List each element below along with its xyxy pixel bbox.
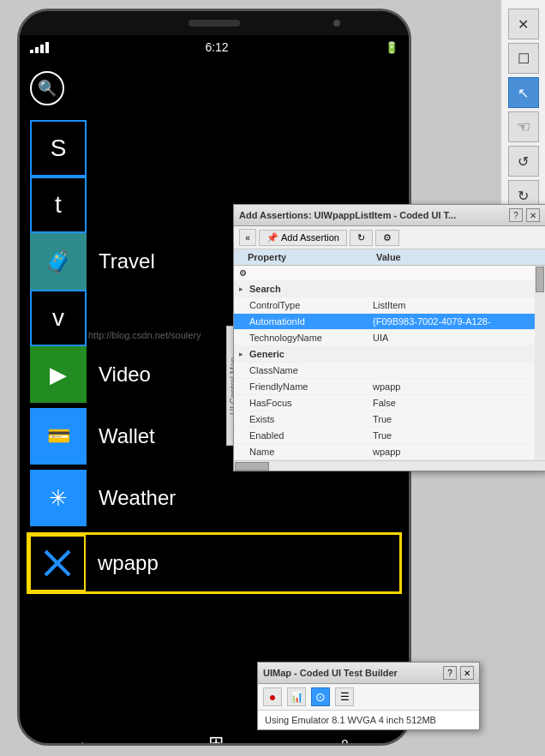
window-toolbar-btn[interactable]: ☐ <box>508 43 539 74</box>
hand-icon: ☜ <box>517 117 530 136</box>
friendlyname-val: wpapp <box>373 381 400 392</box>
app-row-s[interactable]: S <box>20 117 409 179</box>
technologyname-prop: TechnologyName <box>249 333 373 343</box>
undo-icon: ↺ <box>518 153 529 170</box>
bar2 <box>35 47 39 53</box>
uimap-list-btn[interactable]: ☰ <box>335 687 354 706</box>
technologyname-val: UIA <box>373 333 388 343</box>
table-row-controltype: ControlType ListItem <box>234 297 545 314</box>
settings-btn[interactable]: ⚙ <box>375 230 399 246</box>
search-icon: 🔍 <box>38 79 57 98</box>
uimap-capture-btn[interactable]: ⊙ <box>311 687 330 706</box>
dialog-nav-back-btn[interactable]: « <box>239 229 256 246</box>
app-row-weather[interactable]: ✳ Weather <box>20 467 409 529</box>
app-tile-label-t: t <box>55 191 62 219</box>
app-tile-label-v: v <box>52 304 64 332</box>
cursor-toolbar-btn[interactable]: ↖ <box>508 77 539 108</box>
uimap-close-btn[interactable]: ✕ <box>460 666 474 680</box>
undo-toolbar-btn[interactable]: ↺ <box>508 146 539 177</box>
dialog-scrollbar[interactable] <box>535 266 545 460</box>
search-section-label: Search <box>249 284 378 294</box>
automationid-prop: AutomationId <box>249 316 373 327</box>
travel-icon: 🧳 <box>45 249 72 275</box>
app-tile-weather[interactable]: ✳ <box>30 470 87 526</box>
uimap-question-btn[interactable]: ? <box>443 666 457 680</box>
battery-icon: 🔋 <box>385 41 398 54</box>
search-row: 🔍 <box>20 59 409 117</box>
table-row-name: Name wpapp <box>234 444 545 460</box>
dialog-title-controls: ? ✕ <box>509 208 540 222</box>
uimap-chart-btn[interactable]: 📊 <box>287 687 306 706</box>
bar4 <box>45 42 49 53</box>
scroll-thumb[interactable] <box>536 267 544 292</box>
window-icon: ☐ <box>518 51 530 67</box>
redo-icon: ↻ <box>518 188 529 204</box>
horizontal-scrollbar[interactable] <box>234 460 545 471</box>
uimap-status-text: Using Emulator 8.1 WVGA 4 inch 512MB <box>265 715 436 725</box>
hasfocus-val: False <box>373 398 396 408</box>
app-row-wpapp[interactable]: wpapp <box>27 532 402 594</box>
dialog-question-btn[interactable]: ? <box>509 208 523 222</box>
app-label-weather: Weather <box>99 486 176 510</box>
name-val: wpapp <box>373 447 400 457</box>
search-icon-circle: 🔍 <box>30 71 64 105</box>
back-icon[interactable]: ← <box>77 734 94 747</box>
wpapp-x-icon <box>40 546 75 580</box>
refresh-icon: ↻ <box>357 232 365 243</box>
table-row-settings: ⚙ <box>234 266 545 281</box>
controltype-val: ListItem <box>373 300 406 310</box>
video-icon: ▶ <box>50 362 67 388</box>
close-toolbar-btn[interactable]: ✕ <box>508 9 539 39</box>
uimap-record-btn[interactable]: ● <box>263 687 282 706</box>
uimap-toolbar: ● 📊 ⊙ ☰ <box>258 684 479 711</box>
dialog-table-header: Property Value <box>234 249 545 266</box>
add-assertion-btn[interactable]: 📌 Add Assertion <box>259 230 347 246</box>
phone-speaker <box>189 20 240 27</box>
phone-top-bar <box>20 11 409 35</box>
table-row-enabled: Enabled True <box>234 428 545 444</box>
app-tile-wallet[interactable]: 💳 <box>30 408 87 465</box>
refresh-btn[interactable]: ↻ <box>350 230 373 246</box>
expand-col-header <box>239 252 248 262</box>
h-scroll-thumb[interactable] <box>235 462 269 471</box>
friendlyname-prop: FriendlyName <box>249 381 373 392</box>
hand-toolbar-btn[interactable]: ☜ <box>508 111 539 142</box>
table-row-automationid[interactable]: AutomationId {F09B983-7002-4079-A128- <box>234 314 545 330</box>
app-label-wallet: Wallet <box>99 424 155 448</box>
weather-icon: ✳ <box>49 485 68 512</box>
capture-icon: ⊙ <box>315 690 326 704</box>
app-tile-v[interactable]: v <box>30 290 87 346</box>
add-assertion-icon: 📌 <box>267 232 278 243</box>
app-tile-s[interactable]: S <box>30 120 87 177</box>
dialog-close-btn[interactable]: ✕ <box>526 208 540 222</box>
home-icon[interactable]: ⊞ <box>208 732 224 746</box>
app-tile-t[interactable]: t <box>30 177 87 233</box>
app-tile-travel[interactable]: 🧳 <box>30 233 87 290</box>
app-label-wpapp: wpapp <box>98 551 159 575</box>
hasfocus-prop: HasFocus <box>249 398 373 408</box>
app-tile-wpapp[interactable] <box>29 535 86 591</box>
dialog-title-text: Add Assertions: UIWpappListItem - Coded … <box>239 210 509 220</box>
url-text: http://blog.csdn.net/soulery <box>88 330 201 340</box>
uimap-title-text: UIMap - Coded UI Test Builder <box>263 668 398 678</box>
app-tile-video[interactable]: ▶ <box>30 346 87 403</box>
settings-icon: ⚙ <box>383 232 392 243</box>
automationid-val: {F09B983-7002-4079-A128- <box>373 316 491 327</box>
app-label-video: Video <box>99 363 151 387</box>
generic-section-label: Generic <box>249 349 378 359</box>
expand-generic-icon: ▸ <box>239 350 249 358</box>
table-row-hasfocus: HasFocus False <box>234 395 545 411</box>
table-section-search[interactable]: ▸ Search <box>234 281 545 297</box>
search-bottom-icon[interactable]: ⚬ <box>338 733 352 746</box>
app-tile-label-s: S <box>51 135 67 162</box>
record-icon: ● <box>269 690 276 704</box>
status-bar: 6:12 🔋 <box>20 35 409 59</box>
dialog-table-body: ⚙ ▸ Search ControlType ListItem Automati… <box>234 266 545 460</box>
controltype-prop: ControlType <box>249 300 373 310</box>
table-section-generic[interactable]: ▸ Generic <box>234 346 545 363</box>
phone-camera <box>333 20 340 27</box>
settings-row-icon: ⚙ <box>239 268 249 278</box>
signal-icon <box>30 42 49 53</box>
chart-icon: 📊 <box>290 691 303 703</box>
cursor-icon: ↖ <box>518 85 529 101</box>
